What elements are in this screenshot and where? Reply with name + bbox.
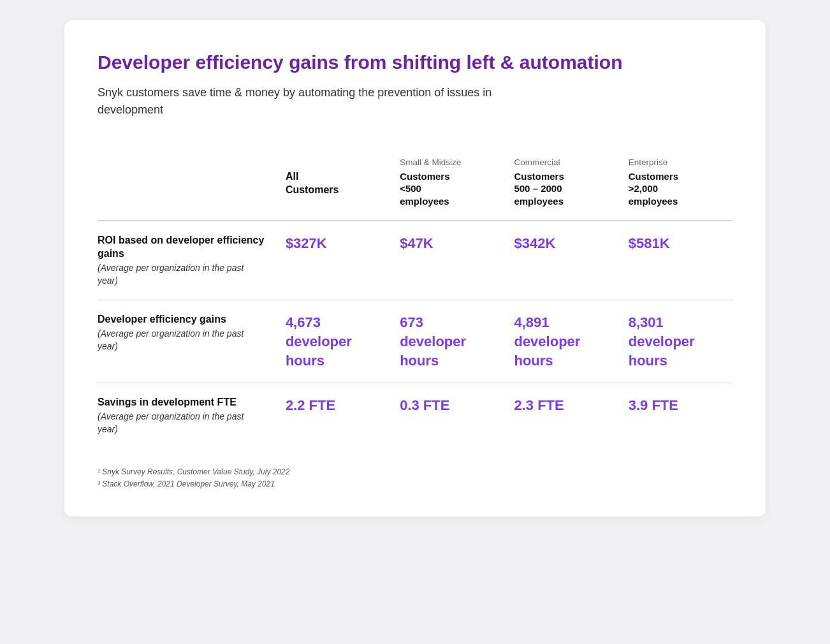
- header-col-all: AllCustomers: [275, 144, 390, 221]
- table-row-dev-efficiency: Developer efficiency gains (Average per …: [98, 300, 732, 383]
- row-label-roi: ROI based on developer efficiency gains …: [98, 221, 275, 300]
- col-bold-label-commercial: Customers500 – 2000employees: [514, 170, 608, 208]
- footnote-2: ³ Stack Overflow, 2021 Developer Survey,…: [98, 478, 732, 490]
- row-fte-val-small: 0.3 FTE: [390, 383, 504, 448]
- row-title-dev-efficiency: Developer efficiency gains: [98, 313, 265, 326]
- row-sub-roi: (Average per organization in the past ye…: [98, 262, 265, 287]
- col-bold-label-small: Customers<500employees: [400, 170, 493, 208]
- data-table-wrapper: AllCustomers Small & Midsize Customers<5…: [98, 144, 732, 448]
- footnote-1: ¹ Snyk Survey Results, Customer Value St…: [98, 466, 732, 478]
- row-title-savings-fte: Savings in development FTE: [98, 396, 265, 409]
- row-sub-dev-efficiency: (Average per organization in the past ye…: [98, 328, 265, 353]
- page-subtitle: Snyk customers save time & money by auto…: [98, 84, 531, 119]
- page-container: Developer efficiency gains from shifting…: [64, 20, 766, 516]
- page-title: Developer efficiency gains from shifting…: [98, 51, 732, 74]
- row-roi-val-small: $47K: [390, 221, 504, 300]
- col-top-label-enterprise: Enterprise: [629, 157, 722, 169]
- efficiency-table: AllCustomers Small & Midsize Customers<5…: [98, 144, 732, 448]
- col-top-label-commercial: Commercial: [514, 157, 608, 169]
- row-roi-val-enterprise: $581K: [618, 221, 732, 300]
- table-row-savings-fte: Savings in development FTE (Average per …: [98, 383, 732, 448]
- col-top-label-all: [286, 157, 379, 169]
- col-bold-label-all: AllCustomers: [286, 170, 379, 197]
- table-row-roi: ROI based on developer efficiency gains …: [98, 221, 732, 300]
- row-sub-savings-fte: (Average per organization in the past ye…: [98, 411, 265, 435]
- row-fte-val-commercial: 2.3 FTE: [504, 383, 618, 448]
- row-title-roi: ROI based on developer efficiency gains: [98, 234, 265, 261]
- header-col-enterprise: Enterprise Customers>2,000employees: [618, 144, 732, 221]
- row-label-dev-efficiency: Developer efficiency gains (Average per …: [98, 300, 275, 383]
- row-roi-val-all: $327K: [275, 221, 390, 300]
- col-bold-label-enterprise: Customers>2,000employees: [629, 170, 722, 208]
- row-roi-val-commercial: $342K: [504, 221, 618, 300]
- row-label-savings-fte: Savings in development FTE (Average per …: [98, 383, 275, 448]
- row-fte-val-enterprise: 3.9 FTE: [618, 383, 732, 448]
- row-deveff-val-small: 673developerhours: [390, 300, 504, 383]
- row-deveff-val-commercial: 4,891developerhours: [504, 300, 618, 383]
- row-deveff-val-all: 4,673developerhours: [275, 300, 390, 383]
- row-fte-val-all: 2.2 FTE: [275, 383, 390, 448]
- header-row-label-col: [98, 144, 275, 221]
- row-deveff-val-enterprise: 8,301developerhours: [618, 300, 732, 383]
- table-header-row: AllCustomers Small & Midsize Customers<5…: [98, 144, 732, 221]
- col-top-label-small: Small & Midsize: [400, 157, 493, 169]
- footnotes-section: ¹ Snyk Survey Results, Customer Value St…: [98, 466, 732, 490]
- header-col-commercial: Commercial Customers500 – 2000employees: [504, 144, 618, 221]
- header-col-small: Small & Midsize Customers<500employees: [390, 144, 504, 221]
